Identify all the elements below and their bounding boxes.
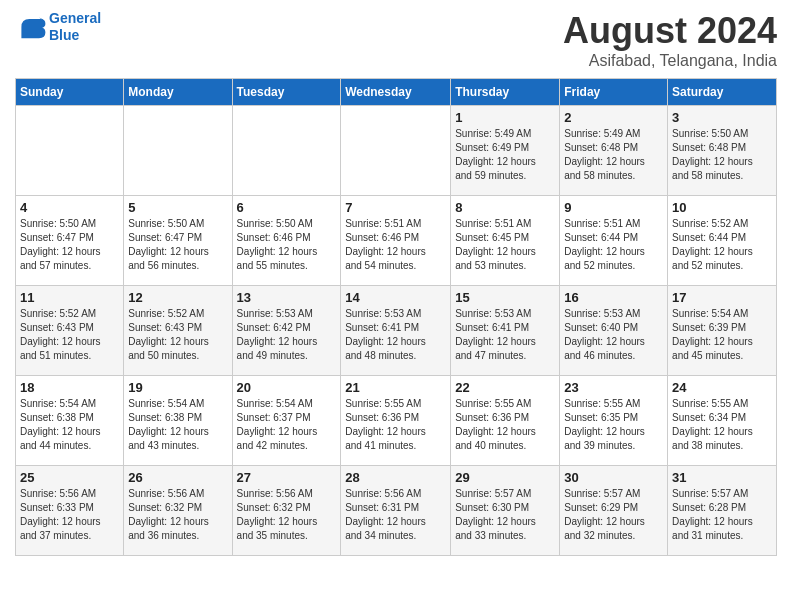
calendar-table: SundayMondayTuesdayWednesdayThursdayFrid… <box>15 78 777 556</box>
weekday-header: Saturday <box>668 79 777 106</box>
day-info: Sunrise: 5:51 AM Sunset: 6:46 PM Dayligh… <box>345 217 446 273</box>
day-info: Sunrise: 5:56 AM Sunset: 6:32 PM Dayligh… <box>128 487 227 543</box>
calendar-cell: 12Sunrise: 5:52 AM Sunset: 6:43 PM Dayli… <box>124 286 232 376</box>
calendar-cell: 19Sunrise: 5:54 AM Sunset: 6:38 PM Dayli… <box>124 376 232 466</box>
day-info: Sunrise: 5:53 AM Sunset: 6:42 PM Dayligh… <box>237 307 337 363</box>
calendar-week-row: 11Sunrise: 5:52 AM Sunset: 6:43 PM Dayli… <box>16 286 777 376</box>
main-title: August 2024 <box>563 10 777 52</box>
day-info: Sunrise: 5:55 AM Sunset: 6:36 PM Dayligh… <box>345 397 446 453</box>
day-number: 16 <box>564 290 663 305</box>
day-number: 31 <box>672 470 772 485</box>
day-number: 22 <box>455 380 555 395</box>
day-number: 25 <box>20 470 119 485</box>
calendar-cell <box>232 106 341 196</box>
calendar-cell: 9Sunrise: 5:51 AM Sunset: 6:44 PM Daylig… <box>560 196 668 286</box>
day-info: Sunrise: 5:57 AM Sunset: 6:29 PM Dayligh… <box>564 487 663 543</box>
calendar-cell <box>341 106 451 196</box>
day-number: 13 <box>237 290 337 305</box>
day-info: Sunrise: 5:54 AM Sunset: 6:37 PM Dayligh… <box>237 397 337 453</box>
day-info: Sunrise: 5:55 AM Sunset: 6:36 PM Dayligh… <box>455 397 555 453</box>
calendar-cell: 21Sunrise: 5:55 AM Sunset: 6:36 PM Dayli… <box>341 376 451 466</box>
day-info: Sunrise: 5:53 AM Sunset: 6:40 PM Dayligh… <box>564 307 663 363</box>
day-info: Sunrise: 5:53 AM Sunset: 6:41 PM Dayligh… <box>455 307 555 363</box>
day-number: 4 <box>20 200 119 215</box>
logo-icon <box>15 11 47 43</box>
calendar-cell: 27Sunrise: 5:56 AM Sunset: 6:32 PM Dayli… <box>232 466 341 556</box>
calendar-cell: 15Sunrise: 5:53 AM Sunset: 6:41 PM Dayli… <box>451 286 560 376</box>
day-info: Sunrise: 5:55 AM Sunset: 6:34 PM Dayligh… <box>672 397 772 453</box>
calendar-week-row: 1Sunrise: 5:49 AM Sunset: 6:49 PM Daylig… <box>16 106 777 196</box>
calendar-cell: 6Sunrise: 5:50 AM Sunset: 6:46 PM Daylig… <box>232 196 341 286</box>
weekday-header: Wednesday <box>341 79 451 106</box>
calendar-cell: 7Sunrise: 5:51 AM Sunset: 6:46 PM Daylig… <box>341 196 451 286</box>
calendar-cell: 11Sunrise: 5:52 AM Sunset: 6:43 PM Dayli… <box>16 286 124 376</box>
day-number: 26 <box>128 470 227 485</box>
day-info: Sunrise: 5:49 AM Sunset: 6:48 PM Dayligh… <box>564 127 663 183</box>
calendar-cell: 8Sunrise: 5:51 AM Sunset: 6:45 PM Daylig… <box>451 196 560 286</box>
day-number: 11 <box>20 290 119 305</box>
calendar-cell: 1Sunrise: 5:49 AM Sunset: 6:49 PM Daylig… <box>451 106 560 196</box>
day-info: Sunrise: 5:55 AM Sunset: 6:35 PM Dayligh… <box>564 397 663 453</box>
day-info: Sunrise: 5:50 AM Sunset: 6:47 PM Dayligh… <box>128 217 227 273</box>
weekday-header-row: SundayMondayTuesdayWednesdayThursdayFrid… <box>16 79 777 106</box>
day-number: 14 <box>345 290 446 305</box>
day-info: Sunrise: 5:50 AM Sunset: 6:47 PM Dayligh… <box>20 217 119 273</box>
calendar-cell <box>16 106 124 196</box>
calendar-cell: 30Sunrise: 5:57 AM Sunset: 6:29 PM Dayli… <box>560 466 668 556</box>
day-number: 28 <box>345 470 446 485</box>
day-info: Sunrise: 5:57 AM Sunset: 6:30 PM Dayligh… <box>455 487 555 543</box>
calendar-cell: 29Sunrise: 5:57 AM Sunset: 6:30 PM Dayli… <box>451 466 560 556</box>
calendar-cell: 31Sunrise: 5:57 AM Sunset: 6:28 PM Dayli… <box>668 466 777 556</box>
day-number: 10 <box>672 200 772 215</box>
calendar-cell: 25Sunrise: 5:56 AM Sunset: 6:33 PM Dayli… <box>16 466 124 556</box>
day-number: 29 <box>455 470 555 485</box>
subtitle: Asifabad, Telangana, India <box>563 52 777 70</box>
day-info: Sunrise: 5:53 AM Sunset: 6:41 PM Dayligh… <box>345 307 446 363</box>
day-info: Sunrise: 5:52 AM Sunset: 6:44 PM Dayligh… <box>672 217 772 273</box>
day-number: 18 <box>20 380 119 395</box>
day-info: Sunrise: 5:50 AM Sunset: 6:46 PM Dayligh… <box>237 217 337 273</box>
day-number: 21 <box>345 380 446 395</box>
calendar-cell: 24Sunrise: 5:55 AM Sunset: 6:34 PM Dayli… <box>668 376 777 466</box>
day-number: 30 <box>564 470 663 485</box>
day-info: Sunrise: 5:57 AM Sunset: 6:28 PM Dayligh… <box>672 487 772 543</box>
calendar-cell: 13Sunrise: 5:53 AM Sunset: 6:42 PM Dayli… <box>232 286 341 376</box>
calendar-cell: 26Sunrise: 5:56 AM Sunset: 6:32 PM Dayli… <box>124 466 232 556</box>
day-number: 3 <box>672 110 772 125</box>
day-info: Sunrise: 5:56 AM Sunset: 6:31 PM Dayligh… <box>345 487 446 543</box>
weekday-header: Thursday <box>451 79 560 106</box>
calendar-cell: 16Sunrise: 5:53 AM Sunset: 6:40 PM Dayli… <box>560 286 668 376</box>
day-info: Sunrise: 5:51 AM Sunset: 6:44 PM Dayligh… <box>564 217 663 273</box>
calendar-cell: 3Sunrise: 5:50 AM Sunset: 6:48 PM Daylig… <box>668 106 777 196</box>
day-info: Sunrise: 5:52 AM Sunset: 6:43 PM Dayligh… <box>20 307 119 363</box>
day-info: Sunrise: 5:51 AM Sunset: 6:45 PM Dayligh… <box>455 217 555 273</box>
day-number: 23 <box>564 380 663 395</box>
day-number: 7 <box>345 200 446 215</box>
day-info: Sunrise: 5:54 AM Sunset: 6:38 PM Dayligh… <box>20 397 119 453</box>
day-info: Sunrise: 5:56 AM Sunset: 6:33 PM Dayligh… <box>20 487 119 543</box>
weekday-header: Sunday <box>16 79 124 106</box>
calendar-week-row: 4Sunrise: 5:50 AM Sunset: 6:47 PM Daylig… <box>16 196 777 286</box>
day-number: 24 <box>672 380 772 395</box>
day-info: Sunrise: 5:50 AM Sunset: 6:48 PM Dayligh… <box>672 127 772 183</box>
day-info: Sunrise: 5:54 AM Sunset: 6:38 PM Dayligh… <box>128 397 227 453</box>
calendar-cell: 28Sunrise: 5:56 AM Sunset: 6:31 PM Dayli… <box>341 466 451 556</box>
day-number: 6 <box>237 200 337 215</box>
calendar-cell: 2Sunrise: 5:49 AM Sunset: 6:48 PM Daylig… <box>560 106 668 196</box>
day-number: 8 <box>455 200 555 215</box>
calendar-cell: 17Sunrise: 5:54 AM Sunset: 6:39 PM Dayli… <box>668 286 777 376</box>
title-section: August 2024 Asifabad, Telangana, India <box>563 10 777 70</box>
calendar-week-row: 25Sunrise: 5:56 AM Sunset: 6:33 PM Dayli… <box>16 466 777 556</box>
calendar-cell: 22Sunrise: 5:55 AM Sunset: 6:36 PM Dayli… <box>451 376 560 466</box>
calendar-cell: 14Sunrise: 5:53 AM Sunset: 6:41 PM Dayli… <box>341 286 451 376</box>
calendar-cell <box>124 106 232 196</box>
weekday-header: Friday <box>560 79 668 106</box>
day-number: 12 <box>128 290 227 305</box>
day-number: 5 <box>128 200 227 215</box>
day-info: Sunrise: 5:54 AM Sunset: 6:39 PM Dayligh… <box>672 307 772 363</box>
day-number: 20 <box>237 380 337 395</box>
day-number: 9 <box>564 200 663 215</box>
calendar-week-row: 18Sunrise: 5:54 AM Sunset: 6:38 PM Dayli… <box>16 376 777 466</box>
day-info: Sunrise: 5:49 AM Sunset: 6:49 PM Dayligh… <box>455 127 555 183</box>
day-number: 27 <box>237 470 337 485</box>
